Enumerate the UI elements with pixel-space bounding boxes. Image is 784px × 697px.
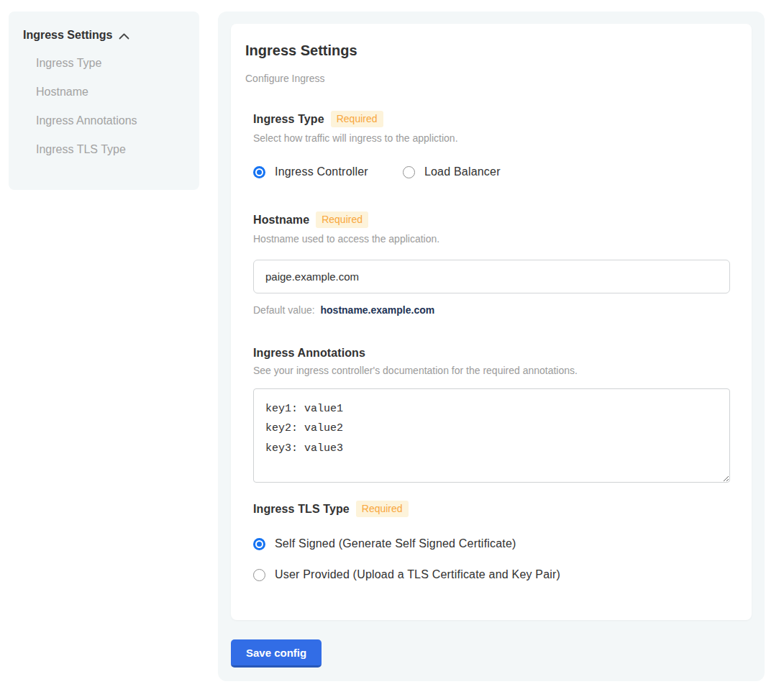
- required-badge: Required: [316, 211, 368, 228]
- save-config-button[interactable]: Save config: [231, 639, 322, 668]
- sidebar-item-hostname[interactable]: Hostname: [23, 78, 185, 106]
- radio-ingress-controller[interactable]: Ingress Controller: [253, 165, 368, 178]
- radio-selected-icon[interactable]: [253, 166, 265, 178]
- page-title: Ingress Settings: [245, 42, 737, 59]
- hostname-default-line: Default value: hostname.example.com: [253, 304, 737, 316]
- chevron-up-icon: [119, 33, 129, 40]
- required-badge: Required: [331, 111, 383, 127]
- radio-unselected-icon[interactable]: [403, 166, 415, 178]
- ingress-annotations-label: Ingress Annotations: [253, 347, 365, 360]
- hostname-input[interactable]: [253, 260, 730, 293]
- annotations-help: See your ingress controller's documentat…: [253, 365, 737, 376]
- radio-user-provided-label: User Provided (Upload a TLS Certificate …: [275, 568, 560, 581]
- ingress-type-radio-group: Ingress Controller Load Balancer: [253, 165, 737, 178]
- radio-self-signed[interactable]: Self Signed (Generate Self Signed Certif…: [253, 537, 737, 550]
- sidebar-item-ingress-annotations[interactable]: Ingress Annotations: [23, 106, 185, 135]
- sidebar-item-list: Ingress Type Hostname Ingress Annotation…: [23, 49, 185, 164]
- ingress-type-label-row: Ingress Type Required: [253, 111, 737, 127]
- hostname-label-row: Hostname Required: [253, 211, 737, 228]
- sidebar-group-ingress-settings[interactable]: Ingress Settings: [23, 29, 185, 42]
- radio-ingress-controller-label: Ingress Controller: [275, 165, 368, 178]
- sidebar-item-ingress-tls-type[interactable]: Ingress TLS Type: [23, 135, 185, 164]
- ingress-annotations-textarea[interactable]: key1: value1 key2: value2 key3: value3: [253, 388, 730, 483]
- field-hostname: Hostname Required Hostname used to acces…: [253, 211, 737, 316]
- field-ingress-annotations: Ingress Annotations See your ingress con…: [253, 347, 737, 483]
- ingress-tls-type-label: Ingress TLS Type: [253, 503, 350, 516]
- radio-load-balancer[interactable]: Load Balancer: [403, 165, 501, 178]
- hostname-label: Hostname: [253, 214, 309, 227]
- sidebar-item-ingress-type[interactable]: Ingress Type: [23, 49, 185, 78]
- radio-selected-icon[interactable]: [253, 538, 265, 550]
- radio-self-signed-label: Self Signed (Generate Self Signed Certif…: [275, 537, 516, 550]
- default-value-text[interactable]: hostname.example.com: [321, 304, 435, 316]
- hostname-help: Hostname used to access the application.: [253, 233, 737, 245]
- radio-unselected-icon[interactable]: [253, 569, 265, 581]
- radio-user-provided[interactable]: User Provided (Upload a TLS Certificate …: [253, 568, 737, 581]
- form-fields: Ingress Type Required Select how traffic…: [253, 111, 737, 581]
- ingress-type-help: Select how traffic will ingress to the a…: [253, 132, 737, 144]
- tls-type-radio-group: Self Signed (Generate Self Signed Certif…: [253, 537, 737, 581]
- tls-type-label-row: Ingress TLS Type Required: [253, 501, 737, 517]
- required-badge: Required: [356, 501, 409, 517]
- sidebar-group-label: Ingress Settings: [23, 29, 112, 42]
- ingress-type-label: Ingress Type: [253, 113, 324, 126]
- ingress-settings-card: Ingress Settings Configure Ingress Ingre…: [231, 24, 752, 620]
- config-main-panel: Ingress Settings Configure Ingress Ingre…: [218, 12, 765, 681]
- config-nav-sidebar: Ingress Settings Ingress Type Hostname I…: [9, 12, 199, 190]
- radio-load-balancer-label: Load Balancer: [424, 165, 501, 178]
- page-subtitle: Configure Ingress: [245, 73, 737, 84]
- annotations-label-row: Ingress Annotations: [253, 347, 737, 360]
- field-ingress-type: Ingress Type Required Select how traffic…: [253, 111, 737, 178]
- field-ingress-tls-type: Ingress TLS Type Required Self Signed (G…: [253, 501, 737, 581]
- default-value-label: Default value:: [253, 304, 315, 316]
